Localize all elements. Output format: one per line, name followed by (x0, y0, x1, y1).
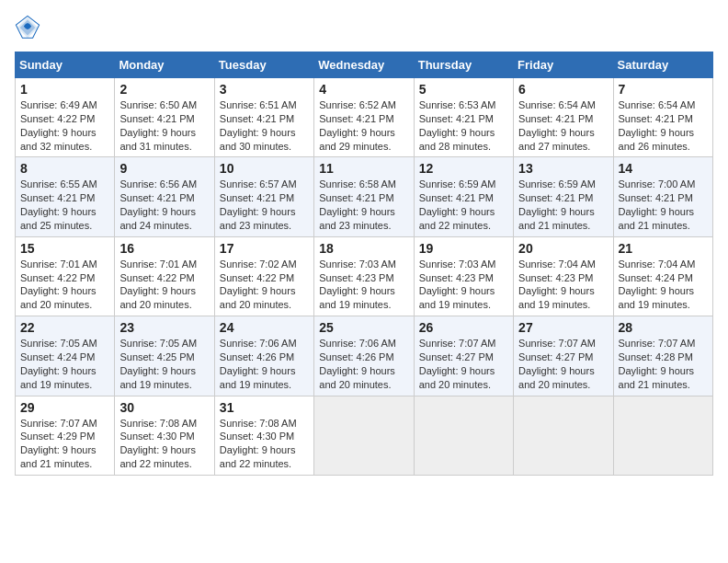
calendar-cell: 11Sunrise: 6:58 AMSunset: 4:21 PMDayligh… (314, 157, 414, 236)
calendar-cell: 30Sunrise: 7:08 AMSunset: 4:30 PMDayligh… (115, 396, 214, 475)
day-of-week-header: Sunday (16, 52, 115, 78)
calendar-cell: 20Sunrise: 7:04 AMSunset: 4:23 PMDayligh… (514, 236, 613, 316)
calendar-cell: 4Sunrise: 6:52 AMSunset: 4:21 PMDaylight… (314, 78, 414, 157)
calendar-cell: 6Sunrise: 6:54 AMSunset: 4:21 PMDaylight… (514, 78, 613, 157)
logo (15, 15, 44, 40)
empty-cell (314, 396, 414, 475)
calendar-cell: 21Sunrise: 7:04 AMSunset: 4:24 PMDayligh… (613, 236, 712, 316)
calendar-cell: 24Sunrise: 7:06 AMSunset: 4:26 PMDayligh… (214, 316, 313, 396)
calendar-header-row: SundayMondayTuesdayWednesdayThursdayFrid… (16, 52, 713, 78)
calendar-cell: 16Sunrise: 7:01 AMSunset: 4:22 PMDayligh… (115, 236, 214, 316)
calendar-cell: 19Sunrise: 7:03 AMSunset: 4:23 PMDayligh… (414, 236, 513, 316)
calendar-cell: 22Sunrise: 7:05 AMSunset: 4:24 PMDayligh… (16, 316, 115, 396)
calendar-cell: 26Sunrise: 7:07 AMSunset: 4:27 PMDayligh… (414, 316, 513, 396)
calendar-cell: 13Sunrise: 6:59 AMSunset: 4:21 PMDayligh… (514, 157, 613, 236)
calendar-cell: 7Sunrise: 6:54 AMSunset: 4:21 PMDaylight… (613, 78, 712, 157)
calendar-row: 22Sunrise: 7:05 AMSunset: 4:24 PMDayligh… (16, 316, 713, 396)
day-of-week-header: Thursday (414, 52, 513, 78)
calendar-cell: 5Sunrise: 6:53 AMSunset: 4:21 PMDaylight… (414, 78, 513, 157)
day-of-week-header: Wednesday (314, 52, 414, 78)
calendar-cell: 3Sunrise: 6:51 AMSunset: 4:21 PMDaylight… (214, 78, 313, 157)
calendar-cell: 25Sunrise: 7:06 AMSunset: 4:26 PMDayligh… (314, 316, 414, 396)
logo-icon (15, 15, 40, 40)
calendar-table: SundayMondayTuesdayWednesdayThursdayFrid… (15, 52, 713, 476)
empty-cell (613, 396, 712, 475)
calendar-cell: 15Sunrise: 7:01 AMSunset: 4:22 PMDayligh… (16, 236, 115, 316)
day-of-week-header: Saturday (613, 52, 712, 78)
calendar-row: 8Sunrise: 6:55 AMSunset: 4:21 PMDaylight… (16, 157, 713, 236)
calendar-cell: 1Sunrise: 6:49 AMSunset: 4:22 PMDaylight… (16, 78, 115, 157)
calendar-row: 15Sunrise: 7:01 AMSunset: 4:22 PMDayligh… (16, 236, 713, 316)
calendar-cell: 29Sunrise: 7:07 AMSunset: 4:29 PMDayligh… (16, 396, 115, 475)
calendar-cell: 27Sunrise: 7:07 AMSunset: 4:27 PMDayligh… (514, 316, 613, 396)
empty-cell (514, 396, 613, 475)
calendar-cell: 31Sunrise: 7:08 AMSunset: 4:30 PMDayligh… (214, 396, 313, 475)
calendar-cell: 17Sunrise: 7:02 AMSunset: 4:22 PMDayligh… (214, 236, 313, 316)
empty-cell (414, 396, 513, 475)
calendar-cell: 23Sunrise: 7:05 AMSunset: 4:25 PMDayligh… (115, 316, 214, 396)
calendar-cell: 10Sunrise: 6:57 AMSunset: 4:21 PMDayligh… (214, 157, 313, 236)
day-of-week-header: Friday (514, 52, 613, 78)
calendar-cell: 28Sunrise: 7:07 AMSunset: 4:28 PMDayligh… (613, 316, 712, 396)
calendar-cell: 8Sunrise: 6:55 AMSunset: 4:21 PMDaylight… (16, 157, 115, 236)
calendar-cell: 12Sunrise: 6:59 AMSunset: 4:21 PMDayligh… (414, 157, 513, 236)
calendar-row: 1Sunrise: 6:49 AMSunset: 4:22 PMDaylight… (16, 78, 713, 157)
calendar-cell: 2Sunrise: 6:50 AMSunset: 4:21 PMDaylight… (115, 78, 214, 157)
day-of-week-header: Monday (115, 52, 214, 78)
calendar-cell: 14Sunrise: 7:00 AMSunset: 4:21 PMDayligh… (613, 157, 712, 236)
calendar-cell: 18Sunrise: 7:03 AMSunset: 4:23 PMDayligh… (314, 236, 414, 316)
calendar-cell: 9Sunrise: 6:56 AMSunset: 4:21 PMDaylight… (115, 157, 214, 236)
day-of-week-header: Tuesday (214, 52, 313, 78)
calendar-row: 29Sunrise: 7:07 AMSunset: 4:29 PMDayligh… (16, 396, 713, 475)
page-header (15, 15, 713, 40)
